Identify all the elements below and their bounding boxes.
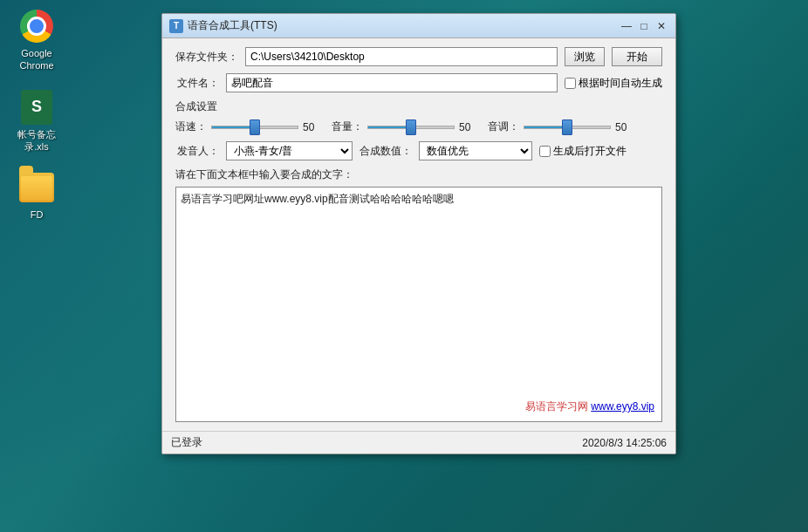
- excel-icon-label: 帐号备忘录.xls: [9, 128, 65, 153]
- desktop-icon-excel[interactable]: S 帐号备忘录.xls: [9, 90, 65, 153]
- textarea-wrapper: 易语言学习网 www.eyy8.vip: [175, 187, 662, 422]
- open-after-checkbox[interactable]: [539, 146, 551, 157]
- status-bar: 已登录 2020/8/3 14:25:06: [162, 431, 675, 454]
- speed-group: 语速： 50: [175, 119, 325, 134]
- pitch-label: 音调：: [488, 119, 519, 134]
- filename-input[interactable]: [226, 73, 558, 92]
- folder-icon: [19, 173, 54, 202]
- textarea-hint: 请在下面文本框中输入要合成的文字：: [175, 167, 662, 182]
- start-button[interactable]: 开始: [612, 47, 662, 66]
- text-input[interactable]: [176, 188, 661, 421]
- save-folder-label: 保存文件夹：: [175, 50, 238, 65]
- save-folder-row: 保存文件夹： 浏览 开始: [175, 47, 662, 66]
- synth-section-title: 合成设置: [175, 99, 662, 114]
- status-time: 2020/8/3 14:25:06: [582, 437, 667, 449]
- chrome-icon-label: Google Chrome: [9, 47, 65, 72]
- pitch-group: 音调： 50: [488, 119, 637, 134]
- open-after-text: 生成后打开文件: [553, 144, 627, 159]
- filename-label: 文件名：: [175, 76, 219, 91]
- status-login: 已登录: [171, 435, 202, 450]
- tts-window-title: 语音合成工具(TTS): [188, 18, 277, 33]
- title-bar: T 语音合成工具(TTS) — □ ✕: [162, 14, 675, 38]
- volume-label: 音量：: [332, 119, 363, 134]
- folder-inner: [21, 176, 52, 201]
- quality-select[interactable]: 数值优先 质量优先: [419, 141, 532, 160]
- folder-icon-label: FD: [31, 208, 44, 221]
- pitch-slider[interactable]: [524, 126, 611, 129]
- chrome-icon: [20, 10, 53, 43]
- speaker-row: 发音人： 小燕-青女/普 小明 小红 合成数值： 数值优先 质量优先 生成后打开…: [175, 141, 662, 160]
- pitch-value: 50: [615, 121, 637, 133]
- browse-button[interactable]: 浏览: [565, 47, 605, 66]
- speed-label: 语速：: [175, 119, 207, 134]
- desktop-icon-chrome[interactable]: Google Chrome: [9, 9, 65, 72]
- auto-generate-checkbox[interactable]: [565, 78, 576, 89]
- speed-value: 50: [303, 121, 325, 133]
- desktop-icon-folder[interactable]: FD: [9, 170, 65, 221]
- speed-slider[interactable]: [211, 126, 298, 129]
- volume-value: 50: [459, 121, 481, 133]
- close-button[interactable]: ✕: [654, 19, 668, 33]
- minimize-button[interactable]: —: [620, 19, 633, 33]
- chrome-icon-image: [19, 9, 54, 44]
- window-content: 保存文件夹： 浏览 开始 文件名： 根据时间自动生成 合成设置 语: [162, 38, 675, 431]
- quality-label: 合成数值：: [359, 144, 412, 159]
- desktop-icons: Google Chrome S 帐号备忘录.xls FD: [9, 9, 65, 221]
- desktop: Google Chrome S 帐号备忘录.xls FD T 语音合成工具(TT…: [0, 0, 808, 532]
- maximize-button[interactable]: □: [637, 19, 651, 33]
- excel-icon: S: [21, 90, 52, 125]
- volume-group: 音量： 50: [332, 119, 481, 134]
- tts-window-icon: T: [169, 19, 183, 33]
- open-after-label[interactable]: 生成后打开文件: [539, 144, 627, 159]
- slider-row: 语速： 50 音量： 50 音调： 50: [175, 119, 662, 134]
- auto-generate-text: 根据时间自动生成: [579, 76, 662, 91]
- filename-row: 文件名： 根据时间自动生成: [175, 73, 662, 92]
- excel-icon-image: S: [19, 90, 54, 125]
- save-folder-input[interactable]: [245, 47, 558, 66]
- auto-generate-label[interactable]: 根据时间自动生成: [565, 76, 662, 91]
- volume-slider[interactable]: [367, 126, 455, 129]
- speaker-select[interactable]: 小燕-青女/普 小明 小红: [226, 141, 353, 160]
- speaker-label: 发音人：: [175, 144, 219, 159]
- folder-icon-image: [19, 170, 54, 205]
- title-controls: — □ ✕: [620, 19, 668, 33]
- tts-window: T 语音合成工具(TTS) — □ ✕ 保存文件夹： 浏览 开始 文件名：: [161, 13, 676, 454]
- title-left: T 语音合成工具(TTS): [169, 18, 277, 33]
